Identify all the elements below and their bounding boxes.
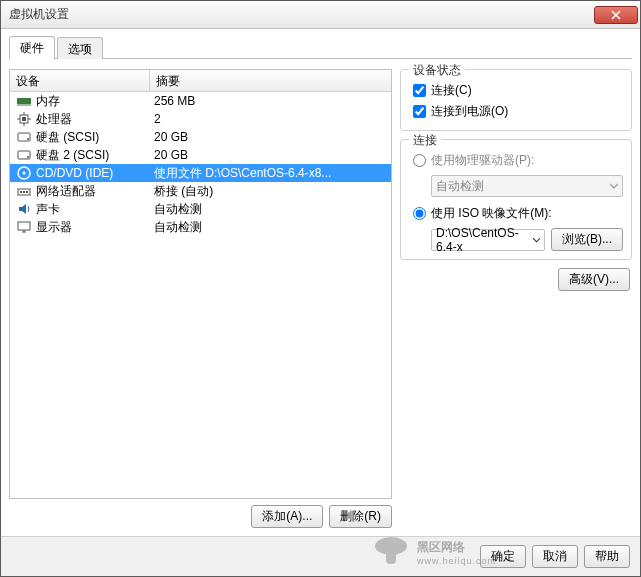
connected-checkbox-row[interactable]: 连接(C) <box>409 80 623 101</box>
device-name: 声卡 <box>36 201 154 218</box>
device-summary: 20 GB <box>154 148 385 162</box>
browse-button[interactable]: 浏览(B)... <box>551 228 623 251</box>
help-button[interactable]: 帮助 <box>584 545 630 568</box>
svg-point-4 <box>27 138 29 140</box>
connected-checkbox[interactable] <box>413 84 426 97</box>
svg-rect-2 <box>22 117 26 121</box>
svg-point-6 <box>27 156 29 158</box>
device-summary: 自动检测 <box>154 201 385 218</box>
svg-point-14 <box>375 537 407 555</box>
device-name: 网络适配器 <box>36 183 154 200</box>
disk-icon <box>16 129 32 145</box>
device-summary: 2 <box>154 112 385 126</box>
close-button[interactable] <box>594 6 638 24</box>
device-summary: 20 GB <box>154 130 385 144</box>
table-row[interactable]: 处理器2 <box>10 110 391 128</box>
device-name: 处理器 <box>36 111 154 128</box>
iso-radio[interactable] <box>413 207 426 220</box>
device-name: 硬盘 (SCSI) <box>36 129 154 146</box>
iso-radio-row[interactable]: 使用 ISO 映像文件(M): <box>409 203 623 224</box>
sound-icon <box>16 201 32 217</box>
device-summary: 自动检测 <box>154 219 385 236</box>
content-area: 硬件 选项 设备 摘要 内存256 MB处理器2硬盘 (SCSI)20 GB硬盘… <box>1 29 640 536</box>
tab-strip: 硬件 选项 <box>9 35 632 59</box>
memory-icon <box>16 93 32 109</box>
autodetect-label: 自动检测 <box>436 178 484 195</box>
table-row[interactable]: 内存256 MB <box>10 92 391 110</box>
footer: 黑区网络 www.heiiqu.com 确定 取消 帮助 <box>1 536 640 576</box>
add-button[interactable]: 添加(A)... <box>251 505 323 528</box>
device-status-title: 设备状态 <box>409 62 465 79</box>
list-header: 设备 摘要 <box>10 70 391 92</box>
vm-settings-window: 虚拟机设置 硬件 选项 设备 摘要 内存256 MB处理器2硬盘 (SCSI)2… <box>0 0 641 577</box>
svg-rect-13 <box>18 222 30 230</box>
chevron-down-icon <box>533 236 540 244</box>
cancel-button[interactable]: 取消 <box>532 545 578 568</box>
cpu-icon <box>16 111 32 127</box>
right-pane: 设备状态 连接(C) 连接到电源(O) 连接 使用物理驱动器(P): <box>400 69 632 528</box>
device-list: 设备 摘要 内存256 MB处理器2硬盘 (SCSI)20 GB硬盘 2 (SC… <box>9 69 392 499</box>
svg-rect-11 <box>23 191 25 193</box>
header-device[interactable]: 设备 <box>10 70 150 91</box>
cd-icon <box>16 165 32 181</box>
ok-button[interactable]: 确定 <box>480 545 526 568</box>
display-icon <box>16 219 32 235</box>
device-summary: 256 MB <box>154 94 385 108</box>
svg-point-8 <box>23 172 26 175</box>
physical-radio[interactable] <box>413 154 426 167</box>
connect-power-label: 连接到电源(O) <box>431 103 508 120</box>
connection-group: 连接 使用物理驱动器(P): 自动检测 使用 ISO 映像文件(M): <box>400 139 632 260</box>
remove-button[interactable]: 删除(R) <box>329 505 392 528</box>
tab-hardware[interactable]: 硬件 <box>9 36 55 60</box>
watermark: 黑区网络 www.heiiqu.com <box>371 532 496 572</box>
header-summary[interactable]: 摘要 <box>150 70 391 91</box>
tab-options[interactable]: 选项 <box>57 37 103 59</box>
table-row[interactable]: 硬盘 (SCSI)20 GB <box>10 128 391 146</box>
device-name: CD/DVD (IDE) <box>36 166 154 180</box>
titlebar[interactable]: 虚拟机设置 <box>1 1 640 29</box>
svg-rect-12 <box>26 191 28 193</box>
device-status-group: 设备状态 连接(C) 连接到电源(O) <box>400 69 632 131</box>
iso-path-value: D:\OS\CentOS-6.4-x <box>436 226 533 254</box>
table-row[interactable]: CD/DVD (IDE)使用文件 D:\OS\CentOS-6.4-x8... <box>10 164 391 182</box>
connection-title: 连接 <box>409 132 441 149</box>
window-title: 虚拟机设置 <box>9 6 594 23</box>
physical-radio-row[interactable]: 使用物理驱动器(P): <box>409 150 623 171</box>
close-icon <box>611 10 621 20</box>
chevron-down-icon <box>610 182 618 190</box>
connect-power-checkbox-row[interactable]: 连接到电源(O) <box>409 101 623 122</box>
physical-label: 使用物理驱动器(P): <box>431 152 534 169</box>
advanced-button[interactable]: 高级(V)... <box>558 268 630 291</box>
svg-rect-15 <box>386 550 396 564</box>
iso-label: 使用 ISO 映像文件(M): <box>431 205 552 222</box>
device-summary: 桥接 (自动) <box>154 183 385 200</box>
table-row[interactable]: 声卡自动检测 <box>10 200 391 218</box>
table-row[interactable]: 网络适配器桥接 (自动) <box>10 182 391 200</box>
disk-icon <box>16 147 32 163</box>
connect-power-checkbox[interactable] <box>413 105 426 118</box>
iso-row: D:\OS\CentOS-6.4-x 浏览(B)... <box>431 228 623 251</box>
list-buttons: 添加(A)... 删除(R) <box>9 499 392 528</box>
physical-combo: 自动检测 <box>431 175 623 197</box>
tab-content: 设备 摘要 内存256 MB处理器2硬盘 (SCSI)20 GB硬盘 2 (SC… <box>9 59 632 528</box>
mushroom-icon <box>371 532 411 572</box>
table-row[interactable]: 硬盘 2 (SCSI)20 GB <box>10 146 391 164</box>
svg-rect-10 <box>20 191 22 193</box>
list-body: 内存256 MB处理器2硬盘 (SCSI)20 GB硬盘 2 (SCSI)20 … <box>10 92 391 498</box>
connected-label: 连接(C) <box>431 82 472 99</box>
device-summary: 使用文件 D:\OS\CentOS-6.4-x8... <box>154 165 385 182</box>
physical-combo-wrap: 自动检测 <box>431 175 623 197</box>
net-icon <box>16 183 32 199</box>
advanced-row: 高级(V)... <box>400 268 632 291</box>
device-name: 硬盘 2 (SCSI) <box>36 147 154 164</box>
table-row[interactable]: 显示器自动检测 <box>10 218 391 236</box>
iso-path-combo[interactable]: D:\OS\CentOS-6.4-x <box>431 229 545 251</box>
device-name: 显示器 <box>36 219 154 236</box>
svg-rect-0 <box>17 98 31 104</box>
device-name: 内存 <box>36 93 154 110</box>
